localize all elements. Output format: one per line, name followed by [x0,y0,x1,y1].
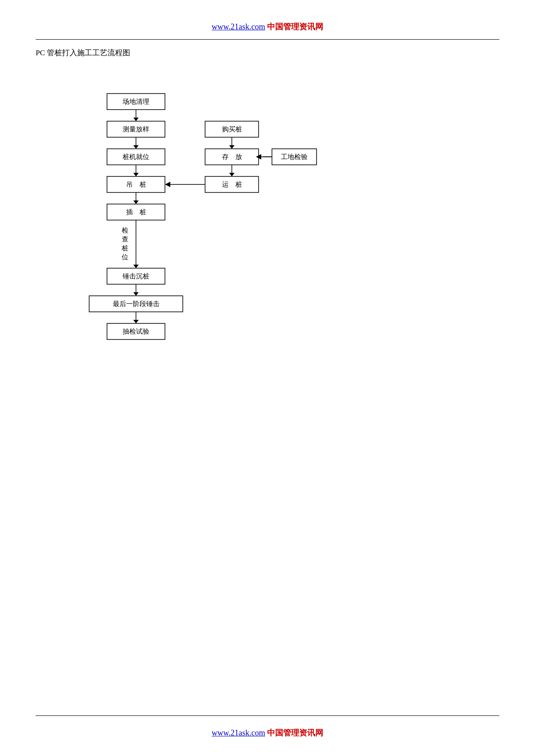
svg-marker-8 [133,173,139,176]
svg-marker-15 [133,265,139,268]
node-yunzhuang: 运 桩 [222,181,242,188]
node-zhuji: 桩机就位 [122,153,149,160]
svg-marker-21 [133,320,139,323]
node-cunfang: 存 放 [222,153,242,160]
svg-marker-11 [133,200,139,204]
node-jiancha3: 桩 [121,245,128,252]
node-changdi: 场地清理 [122,98,149,105]
node-celiang: 测量放样 [123,126,149,133]
node-jiancha: 检 [122,227,128,234]
header-divider [36,39,499,40]
node-gongdi: 工地检验 [281,153,308,160]
svg-marker-28 [229,173,235,176]
node-chuiji: 锤击沉桩 [122,273,149,280]
node-zuihou: 最后一阶段锤击 [113,300,160,307]
svg-marker-25 [229,145,235,149]
footer-divider [36,715,499,716]
svg-marker-5 [133,145,139,149]
page-title: PC 管桩打入施工工艺流程图 [36,48,499,58]
svg-marker-18 [133,292,139,296]
page-header: www.21ask.com 中国管理资讯网 [36,13,499,37]
site-name: 中国管理资讯网 [267,22,323,31]
flowchart: 场地清理 测量放样 桩机就位 吊 桩 插 桩 [80,85,330,472]
node-goumai: 购买桩 [222,126,242,133]
page-footer: www.21ask.com 中国管理资讯网 [36,719,499,743]
footer-link[interactable]: www.21ask.com [212,728,265,737]
node-chou: 抽检试验 [123,328,149,335]
svg-marker-2 [133,118,139,121]
header-link[interactable]: www.21ask.com [212,22,265,31]
node-jiancha2: 查 [122,236,128,243]
node-diao: 吊 桩 [126,181,146,188]
footer-site-name: 中国管理资讯网 [267,728,323,737]
node-jiancha4: 位 [122,253,128,261]
svg-marker-31 [165,182,170,187]
node-cha: 插 桩 [126,208,146,216]
